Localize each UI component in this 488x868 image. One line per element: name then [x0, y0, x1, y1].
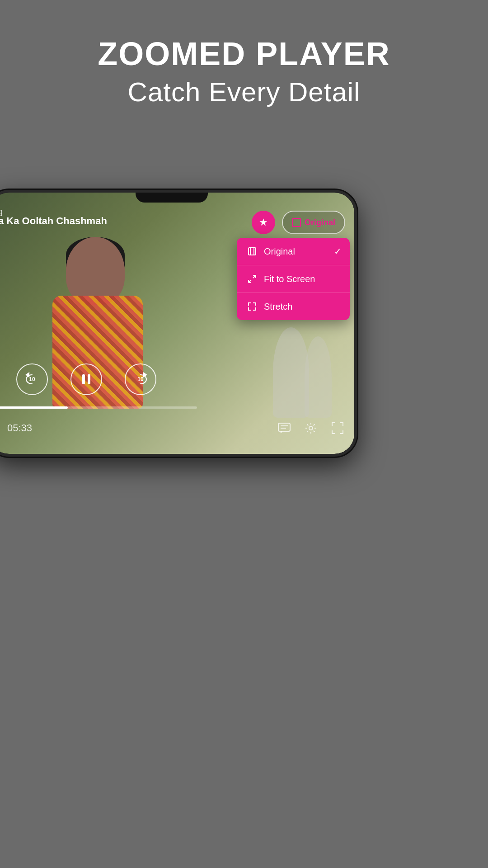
main-title: ZOOMED PLAYER	[0, 36, 488, 72]
progress-bar[interactable]	[0, 406, 197, 409]
playback-controls: 10 10	[16, 363, 156, 395]
pause-bar-right	[88, 374, 90, 384]
star-icon: ★	[259, 217, 268, 228]
page-background: ZOOMED PLAYER Catch Every Detail	[0, 0, 488, 868]
check-mark-original: ✓	[334, 246, 342, 257]
fit-to-screen-icon	[247, 274, 258, 284]
svg-rect-9	[278, 423, 290, 431]
fit-to-screen-label: Fit to Screen	[264, 274, 315, 284]
svg-point-12	[309, 426, 313, 430]
rewind-label: 10	[29, 376, 35, 382]
person-head	[66, 237, 125, 305]
bottom-controls: 05:33	[0, 420, 345, 436]
show-name-full: a Ka Ooltah Chashmah	[0, 215, 107, 227]
svg-rect-0	[249, 248, 256, 255]
phone-mockup: g a Ka Ooltah Chashmah ★ Original	[0, 190, 357, 457]
phone-shell: g a Ka Ooltah Chashmah ★ Original	[0, 190, 357, 457]
star-button[interactable]: ★	[252, 211, 275, 234]
forward-label: 10	[137, 376, 143, 382]
dropdown-item-fit-to-screen[interactable]: Fit to Screen	[237, 265, 350, 293]
dropdown-item-stretch[interactable]: Stretch	[237, 293, 350, 320]
pause-button[interactable]	[70, 363, 102, 395]
stretch-icon	[247, 301, 258, 312]
zoom-icon	[292, 218, 301, 227]
subtitle-button[interactable]	[277, 420, 292, 436]
settings-button[interactable]	[303, 420, 319, 436]
stretch-label: Stretch	[264, 302, 292, 312]
original-icon	[247, 246, 258, 257]
forward-button[interactable]: 10	[125, 363, 156, 395]
fullscreen-button[interactable]	[330, 420, 345, 436]
progress-fill	[0, 406, 68, 409]
header-section: ZOOMED PLAYER Catch Every Detail	[0, 0, 488, 126]
phone-notch	[136, 193, 208, 203]
zoom-dropdown-menu: Original ✓	[237, 238, 350, 320]
bg-figure-2	[305, 336, 332, 418]
pause-icon	[82, 374, 90, 384]
zoom-button-label: Original	[305, 218, 335, 227]
timestamp: 05:33	[7, 422, 32, 434]
top-controls: ★ Original	[252, 211, 345, 234]
bg-figure-1	[273, 327, 309, 418]
sub-title: Catch Every Detail	[0, 76, 488, 108]
pause-bar-left	[82, 374, 85, 384]
dropdown-item-original[interactable]: Original ✓	[237, 238, 350, 265]
video-screen: g a Ka Ooltah Chashmah ★ Original	[0, 193, 354, 454]
zoom-mode-button[interactable]: Original	[282, 211, 345, 234]
rewind-button[interactable]: 10	[16, 363, 48, 395]
original-label: Original	[264, 246, 295, 257]
